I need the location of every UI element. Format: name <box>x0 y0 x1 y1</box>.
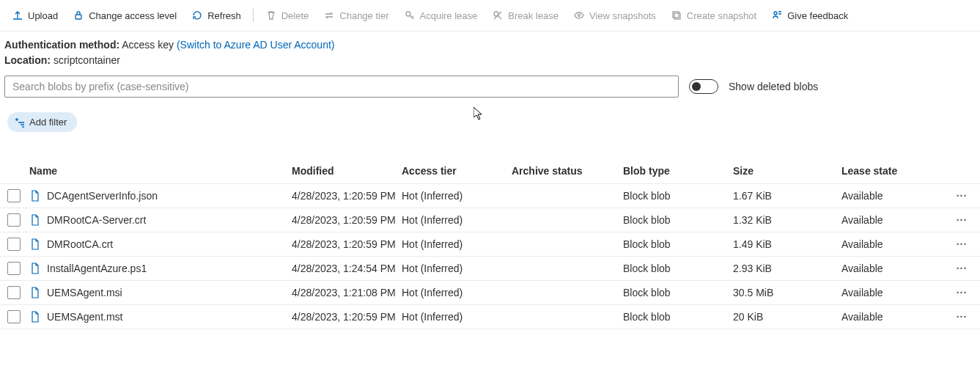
give-feedback-button[interactable]: Give feedback <box>764 6 855 25</box>
cell-size: 2.93 KiB <box>733 263 841 274</box>
table-row[interactable]: UEMSAgent.msi4/28/2023, 1:21:08 PMHot (I… <box>0 281 980 305</box>
cell-access-tier: Hot (Inferred) <box>402 214 512 226</box>
cell-blob-type: Block blob <box>623 263 733 274</box>
table-row[interactable]: UEMSAgent.mst4/28/2023, 1:20:59 PMHot (I… <box>0 305 980 329</box>
cell-size: 1.49 KiB <box>733 238 841 250</box>
col-name[interactable]: Name <box>29 165 292 177</box>
cell-lease-state: Available <box>841 214 944 226</box>
cell-size: 20 KiB <box>733 311 841 323</box>
row-checkbox[interactable] <box>7 189 21 202</box>
key-icon <box>404 10 416 21</box>
row-more-button[interactable]: ··· <box>944 263 979 274</box>
svg-rect-4 <box>673 12 679 18</box>
cell-lease-state: Available <box>841 190 944 202</box>
give-feedback-label: Give feedback <box>787 10 848 21</box>
col-modified[interactable]: Modified <box>292 165 402 177</box>
cell-lease-state: Available <box>841 238 944 250</box>
row-checkbox[interactable] <box>7 213 21 227</box>
refresh-icon <box>191 10 203 21</box>
row-checkbox[interactable] <box>7 262 21 275</box>
cell-modified: 4/28/2023, 1:24:54 PM <box>292 263 402 274</box>
blob-name-link[interactable]: UEMSAgent.mst <box>47 311 122 323</box>
cell-size: 1.67 KiB <box>733 190 841 202</box>
auth-method-label: Authentication method: <box>4 39 119 51</box>
cell-blob-type: Block blob <box>623 214 733 226</box>
cell-access-tier: Hot (Inferred) <box>402 263 512 274</box>
blob-name-link[interactable]: UEMSAgent.msi <box>47 287 122 298</box>
cell-access-tier: Hot (Inferred) <box>402 311 512 323</box>
row-more-button[interactable]: ··· <box>944 311 979 323</box>
grid-header: Name Modified Access tier Archive status… <box>0 158 980 184</box>
acquire-lease-button: Acquire lease <box>397 6 485 25</box>
table-row[interactable]: DCAgentServerInfo.json4/28/2023, 1:20:59… <box>0 184 980 208</box>
row-more-button[interactable]: ··· <box>944 238 979 250</box>
cell-modified: 4/28/2023, 1:20:59 PM <box>292 238 402 250</box>
break-lease-label: Break lease <box>508 10 559 21</box>
change-tier-button: Change tier <box>316 6 396 25</box>
table-row[interactable]: DMRootCA-Server.crt4/28/2023, 1:20:59 PM… <box>0 208 980 232</box>
view-snapshots-button: View snapshots <box>566 6 663 25</box>
row-more-button[interactable]: ··· <box>944 214 979 226</box>
file-icon <box>29 311 41 323</box>
row-checkbox[interactable] <box>7 286 21 299</box>
search-row: Show deleted blobs <box>0 73 980 99</box>
location-value: scriptcontainer <box>54 54 120 66</box>
info-block: Authentication method: Access key (Switc… <box>0 32 980 73</box>
break-icon <box>492 10 504 21</box>
row-checkbox[interactable] <box>7 310 21 323</box>
svg-point-3 <box>578 15 580 17</box>
trash-icon <box>265 10 277 21</box>
file-icon <box>29 263 41 274</box>
upload-button[interactable]: Upload <box>4 6 65 25</box>
filter-row: Add filter <box>0 99 980 139</box>
feedback-icon <box>771 10 783 21</box>
col-lease-state[interactable]: Lease state <box>841 165 944 177</box>
col-size[interactable]: Size <box>733 165 841 177</box>
cell-lease-state: Available <box>841 311 944 323</box>
location-label: Location: <box>4 54 51 66</box>
svg-point-6 <box>774 12 777 15</box>
cell-access-tier: Hot (Inferred) <box>402 190 512 202</box>
svg-rect-5 <box>674 13 680 19</box>
create-snapshot-button: Create snapshot <box>663 6 764 25</box>
cell-blob-type: Block blob <box>623 311 733 323</box>
toolbar-separator <box>253 9 254 22</box>
cell-blob-type: Block blob <box>623 287 733 298</box>
blob-name-link[interactable]: DCAgentServerInfo.json <box>47 190 158 202</box>
change-access-button[interactable]: Change access level <box>65 6 184 25</box>
change-access-label: Change access level <box>89 10 177 21</box>
show-deleted-toggle[interactable] <box>689 79 718 94</box>
cell-modified: 4/28/2023, 1:20:59 PM <box>292 311 402 323</box>
add-filter-button[interactable]: Add filter <box>7 112 77 132</box>
col-access-tier[interactable]: Access tier <box>402 165 512 177</box>
change-tier-label: Change tier <box>339 10 388 21</box>
upload-label: Upload <box>28 10 58 21</box>
cell-lease-state: Available <box>841 287 944 298</box>
table-row[interactable]: InstallAgentAzure.ps14/28/2023, 1:24:54 … <box>0 257 980 281</box>
cell-size: 30.5 MiB <box>733 287 841 298</box>
blob-grid: Name Modified Access tier Archive status… <box>0 158 980 329</box>
file-icon <box>29 214 41 226</box>
blob-name-link[interactable]: InstallAgentAzure.ps1 <box>47 263 147 274</box>
refresh-button[interactable]: Refresh <box>184 6 248 25</box>
cell-access-tier: Hot (Inferred) <box>402 287 512 298</box>
search-input[interactable] <box>4 76 679 98</box>
row-checkbox[interactable] <box>7 238 21 251</box>
cell-modified: 4/28/2023, 1:20:59 PM <box>292 190 402 202</box>
cell-modified: 4/28/2023, 1:20:59 PM <box>292 214 402 226</box>
delete-button: Delete <box>258 6 317 25</box>
table-row[interactable]: DMRootCA.crt4/28/2023, 1:20:59 PMHot (In… <box>0 232 980 257</box>
snapshot-icon <box>671 10 682 21</box>
filter-plus-icon <box>15 117 25 128</box>
swap-icon <box>323 10 335 21</box>
row-more-button[interactable]: ··· <box>944 190 979 202</box>
lock-icon <box>73 10 84 21</box>
blob-name-link[interactable]: DMRootCA.crt <box>47 238 113 250</box>
view-snapshots-label: View snapshots <box>589 10 656 21</box>
col-blob-type[interactable]: Blob type <box>623 165 733 177</box>
col-archive-status[interactable]: Archive status <box>512 165 623 177</box>
row-more-button[interactable]: ··· <box>944 287 979 298</box>
switch-auth-link[interactable]: (Switch to Azure AD User Account) <box>177 39 335 51</box>
cell-access-tier: Hot (Inferred) <box>402 238 512 250</box>
blob-name-link[interactable]: DMRootCA-Server.crt <box>47 214 146 226</box>
